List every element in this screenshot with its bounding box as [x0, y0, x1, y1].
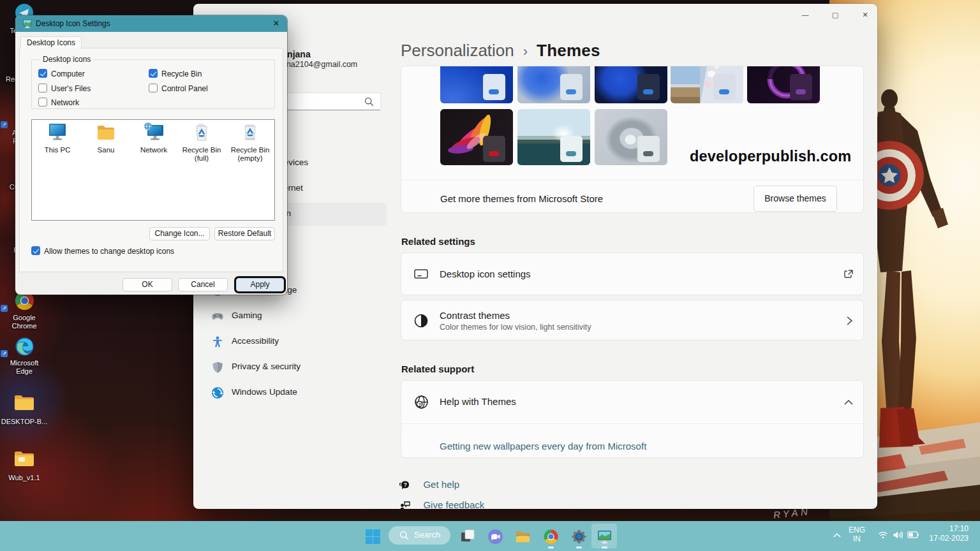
theme-tile-windows-blue[interactable]: [440, 66, 513, 103]
desktop-icon-settings-taskbar-button[interactable]: [597, 529, 612, 545]
theme-accent-pill: [643, 151, 653, 156]
taskbar-search[interactable]: Search: [389, 526, 450, 545]
taskbar-search-label: Search: [414, 530, 440, 540]
browse-themes-button[interactable]: Browse themes: [754, 186, 837, 212]
desktop-icon-list: This PC Sanu: [31, 119, 275, 221]
checkbox-recycle-bin[interactable]: [149, 69, 158, 78]
task-view-button[interactable]: [460, 529, 476, 545]
change-icon-button[interactable]: Change Icon...: [149, 227, 210, 240]
group-label: Desktop icons: [40, 55, 93, 64]
theme-tile-sunrise-landscape[interactable]: [517, 109, 590, 165]
list-item-network[interactable]: Network: [131, 122, 177, 154]
divider: [401, 423, 863, 424]
theme-tile-bloom-light[interactable]: [517, 66, 590, 103]
desktop-icon-settings-row[interactable]: Desktop icon settings: [401, 253, 864, 295]
desktop-icon-desktop-b-folder[interactable]: DESKTOP-B...: [0, 393, 48, 414]
screen: RYAN Telegram Recycle Bin AcrobatReader …: [0, 0, 980, 551]
theme-tile-glow-purple[interactable]: [747, 66, 820, 103]
checkbox-label: Allow themes to change desktop icons: [44, 247, 174, 256]
network-icon: [143, 122, 165, 142]
list-item-this-pc[interactable]: This PC: [34, 122, 80, 154]
tray-time: 17:10: [949, 524, 969, 533]
gaming-icon: [211, 310, 224, 323]
restore-default-button[interactable]: Restore Default: [214, 227, 275, 240]
row-title: Desktop icon settings: [440, 268, 531, 279]
svg-text:?: ?: [419, 402, 422, 408]
theme-accent-pill: [796, 89, 806, 94]
help-with-themes-card: ? Help with Themes Getting new wallpaper…: [401, 380, 864, 458]
theme-mini-window: [790, 74, 812, 100]
related-support-heading: Related support: [401, 364, 474, 374]
list-item-label-line: Recycle Bin: [182, 146, 221, 154]
cancel-button[interactable]: Cancel: [178, 278, 228, 291]
checkbox-computer[interactable]: [38, 69, 47, 78]
help-with-themes-row[interactable]: ? Help with Themes: [401, 381, 863, 423]
tray-volume-icon[interactable]: [893, 531, 903, 540]
start-button[interactable]: [365, 529, 381, 545]
tray-wifi-icon[interactable]: [878, 531, 888, 539]
checkbox-label: Recycle Bin: [161, 70, 202, 78]
checkbox-label: User's Files: [51, 84, 91, 93]
checkbox-network[interactable]: [38, 98, 47, 107]
theme-mini-window: [483, 74, 505, 100]
checkbox-allow-themes[interactable]: [31, 246, 40, 255]
theme-accent-pill: [566, 151, 576, 156]
divider: [401, 180, 864, 180]
breadcrumb: Personalization›Themes: [401, 41, 600, 61]
dialog-tab-page: Desktop icons Computer Recycle Bin User'…: [19, 48, 283, 272]
theme-mini-window: [483, 136, 505, 162]
ok-button[interactable]: OK: [122, 278, 172, 291]
dialog-titlebar: Desktop Icon Settings ✕: [15, 15, 287, 32]
theme-tile-bloom-silver[interactable]: [595, 109, 667, 165]
theme-mini-window: [560, 136, 583, 162]
tab-desktop-icons[interactable]: Desktop Icons: [20, 36, 82, 48]
desktop-icon-wub-folder[interactable]: Wub_v1.1: [0, 450, 48, 470]
tray-language[interactable]: ENG IN: [849, 525, 865, 543]
sidebar-item-accessibility[interactable]: Accessibility: [200, 330, 387, 353]
list-item-recycle-bin-empty[interactable]: Recycle Bin(empty): [227, 122, 273, 162]
breadcrumb-separator: ›: [523, 43, 528, 59]
list-item-recycle-bin-full[interactable]: Recycle Bin(full): [179, 122, 225, 162]
this-pc-icon: [47, 122, 68, 142]
sidebar-item-gaming[interactable]: Gaming: [200, 305, 387, 328]
window-close-button[interactable]: ✕: [859, 9, 871, 20]
window-minimize-button[interactable]: —: [799, 9, 811, 20]
tray-chevron-up-icon[interactable]: [833, 532, 842, 538]
checkbox-users-files[interactable]: [38, 84, 47, 92]
theme-tile-flow-dark[interactable]: [440, 109, 513, 165]
checkbox-control-panel[interactable]: [149, 84, 158, 92]
file-explorer-button[interactable]: [515, 529, 531, 545]
shortcut-arrow-icon: ↗: [1, 305, 8, 312]
sidebar-item-windows-update[interactable]: Windows Update: [200, 381, 387, 404]
window-maximize-button[interactable]: ▢: [829, 9, 841, 20]
get-help-item[interactable]: ? Get help: [399, 479, 459, 492]
chat-button[interactable]: [487, 529, 503, 545]
give-feedback-item[interactable]: Give feedback: [399, 499, 484, 509]
sidebar-item-label: Privacy & security: [232, 362, 301, 371]
wallpapers-help-link[interactable]: Getting new wallpapers every day from Mi…: [440, 441, 646, 452]
chrome-button[interactable]: [543, 529, 559, 545]
desktop-icon-label-line: Google: [13, 314, 35, 321]
desktop-icon-microsoft-edge[interactable]: ↗ MicrosoftEdge: [0, 337, 48, 359]
apply-button[interactable]: Apply: [236, 278, 284, 291]
theme-accent-pill: [643, 89, 653, 94]
windows-update-icon: [211, 386, 224, 399]
settings-gear-button[interactable]: [571, 529, 587, 545]
get-help-label: Get help: [423, 479, 459, 490]
tray-clock[interactable]: 17:10 17-02-2023: [923, 524, 969, 543]
theme-tile-captured-motion[interactable]: [671, 66, 743, 103]
accessibility-icon: [211, 335, 224, 348]
sidebar-item-privacy-security[interactable]: Privacy & security: [200, 356, 387, 379]
breadcrumb-personalization[interactable]: Personalization: [401, 41, 514, 60]
theme-tile-bloom-dark[interactable]: [595, 66, 667, 103]
search-icon: [364, 97, 374, 107]
desktop-icon-label: MicrosoftEdge: [0, 359, 48, 376]
globe-help-icon: ?: [413, 394, 429, 410]
theme-accent-pill: [489, 89, 499, 94]
tray-battery-icon[interactable]: [907, 531, 919, 538]
running-indicator-chrome: [548, 547, 554, 548]
contrast-themes-row[interactable]: Contrast themes Color themes for low vis…: [401, 300, 864, 341]
desktop-icon-label-line: Edge: [16, 367, 33, 375]
dialog-close-icon[interactable]: ✕: [271, 18, 281, 29]
list-item-sanu[interactable]: Sanu: [83, 122, 129, 154]
